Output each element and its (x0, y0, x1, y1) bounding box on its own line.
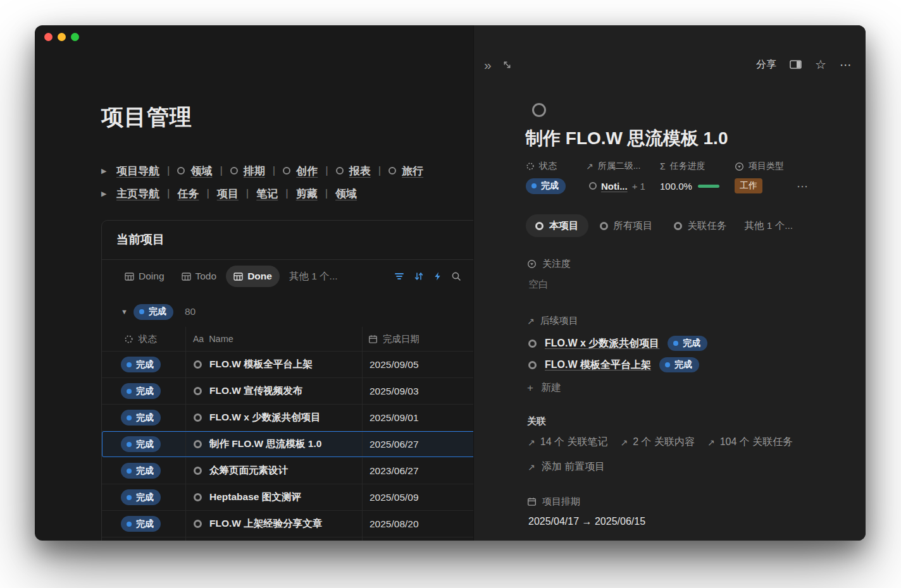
property-label-progress[interactable]: Σ 任务进度 (660, 161, 719, 172)
group-status-badge[interactable]: 完成 (134, 304, 173, 320)
related-notes-link[interactable]: ↗ 14 个 关联笔记 (528, 436, 607, 449)
property-value-type[interactable]: 工作 (735, 178, 784, 194)
property-value-schedule[interactable]: 2025/04/17 → 2025/06/15 (528, 516, 645, 527)
plus-icon: + (527, 382, 533, 395)
view-tab-todo[interactable]: Todo (174, 266, 225, 287)
page-circle-icon (194, 440, 202, 448)
nav-link-domain[interactable]: 领域 (177, 164, 212, 178)
nav-link-domains[interactable]: 领域 (335, 187, 357, 201)
tab-all-projects[interactable]: 所有项目 (590, 214, 662, 237)
status-dot (127, 415, 132, 420)
sort-icon[interactable] (414, 271, 424, 281)
nav-link-tasks[interactable]: 任务 (177, 187, 199, 201)
tab-this-project[interactable]: 本项目 (526, 214, 588, 237)
property-label-status[interactable]: 状态 (526, 161, 566, 172)
property-value-focus[interactable]: 空白 (528, 278, 549, 291)
page-circle-icon (230, 167, 238, 175)
peek-page-title[interactable]: 制作 FLO.W 思流模板 1.0 (525, 126, 728, 150)
search-icon[interactable] (451, 271, 461, 281)
status-dot (127, 495, 132, 500)
close-peek-icon[interactable]: » (484, 58, 492, 71)
name-cell[interactable]: Heptabase 图文测评 (186, 484, 363, 510)
database-title[interactable]: 当前项目 (116, 231, 165, 248)
property-label-followups[interactable]: ↗ 后续项目 (527, 315, 578, 327)
page-circle-icon (283, 167, 290, 175)
nav-separator: | (273, 164, 275, 177)
window-controls (44, 33, 79, 41)
property-label-focus[interactable]: 关注度 (527, 258, 571, 270)
followup-page-link[interactable]: FLO.W 模板全平台上架 (545, 358, 651, 372)
add-predecessor-button[interactable]: ↗ 添加 前置项目 (528, 460, 605, 474)
collapse-toggle-icon[interactable]: ▼ (121, 308, 134, 315)
nav-link-clips[interactable]: 剪藏 (296, 187, 318, 201)
status-dot (127, 469, 132, 474)
property-label-schedule[interactable]: 项目排期 (527, 496, 580, 508)
nav-link-projects[interactable]: 项目 (217, 187, 239, 201)
expand-page-icon[interactable] (502, 60, 512, 70)
status-cell[interactable]: 完成 (102, 511, 186, 537)
related-content-link[interactable]: ↗ 2 个 关联内容 (620, 436, 695, 449)
status-cell[interactable]: 完成 (102, 378, 186, 404)
view-tab-doing[interactable]: Doing (117, 266, 172, 287)
table-row: 完成 FLO.W 模板全平台上架 2025/09/05 (102, 351, 526, 377)
select-property-icon (735, 162, 744, 171)
property-label-parent[interactable]: ↗ 所属二级... (586, 161, 645, 172)
zoom-button[interactable] (71, 33, 79, 41)
status-spinner-icon (526, 162, 535, 171)
property-value-progress[interactable]: 100.0% (660, 178, 719, 194)
close-button[interactable] (44, 33, 53, 41)
view-tabs-more[interactable]: 其他 1 个... (282, 270, 345, 283)
name-cell[interactable]: FLO.W 模板全平台上架 (186, 352, 363, 377)
expand-toggle-icon[interactable]: ▶ (101, 190, 116, 198)
tab-related-tasks[interactable]: 关联任务 (664, 214, 736, 237)
progress-bar (698, 185, 719, 188)
new-followup-button[interactable]: + 新建 (527, 381, 561, 395)
nav-link-creation[interactable]: 创作 (283, 164, 318, 178)
column-header-status[interactable]: 状态 (102, 327, 186, 351)
property-value-parent[interactable]: Noti... + 1 (589, 178, 645, 194)
page-title[interactable]: 项目管理 (101, 102, 192, 132)
view-tab-done[interactable]: Done (226, 266, 280, 287)
side-peek-layout-icon[interactable] (790, 59, 802, 70)
name-cell[interactable]: 制作 FLO.W 思流模板 1.0 (186, 431, 363, 457)
filter-icon[interactable] (394, 271, 404, 281)
column-header-name[interactable]: Aa Name (186, 327, 363, 351)
more-properties-icon[interactable]: ⋯ (797, 180, 808, 193)
name-cell[interactable]: FLO.W 上架经验分享文章 (186, 511, 363, 537)
more-menu-icon[interactable]: ⋯ (840, 59, 852, 71)
group-status-label: 完成 (149, 306, 166, 317)
view-tabs: Doing Todo Done 其他 1 个... (117, 265, 345, 288)
page-circle-icon (194, 387, 202, 395)
nav-link-travel[interactable]: 旅行 (388, 164, 423, 178)
share-button[interactable]: 分享 (756, 58, 776, 71)
status-cell[interactable]: 完成 (102, 458, 186, 484)
nav-link-schedule[interactable]: 排期 (230, 164, 265, 178)
nav-link-report[interactable]: 报表 (336, 164, 371, 178)
status-cell[interactable]: 完成 (102, 405, 186, 431)
status-cell[interactable]: 完成 (102, 484, 186, 510)
favorite-star-icon[interactable]: ☆ (815, 58, 826, 71)
nav-separator: | (325, 164, 328, 177)
nav-link-home-nav[interactable]: 主页导航 (116, 187, 159, 201)
name-cell[interactable]: FLO.W x 少数派共创项目 (186, 405, 363, 431)
group-count: 80 (185, 306, 196, 317)
related-tasks-link[interactable]: ↗ 104 个 关联任务 (707, 436, 793, 449)
expand-toggle-icon[interactable]: ▶ (101, 167, 116, 175)
minimize-button[interactable] (58, 33, 66, 41)
nav-link-notes[interactable]: 笔记 (256, 187, 278, 201)
relation-arrow-icon: ↗ (528, 438, 535, 448)
followup-page-link[interactable]: FLO.W x 少数派共创项目 (545, 337, 659, 350)
tabs-more[interactable]: 其他 1 个... (738, 219, 800, 233)
table-row-selected: 完成 制作 FLO.W 思流模板 1.0 2025/06/27 (102, 431, 526, 457)
name-cell[interactable]: 众筹页面元素设计 (186, 458, 363, 484)
property-label-type[interactable]: 项目类型 (735, 161, 784, 172)
name-cell[interactable]: FLO.W 宣传视频发布 (186, 378, 363, 404)
parent-page-link[interactable]: Noti... (601, 181, 628, 192)
page-circle-icon-large[interactable] (532, 103, 546, 117)
panel-toolbar-left: » (484, 58, 512, 71)
status-cell[interactable]: 完成 (102, 431, 186, 457)
automation-bolt-icon[interactable] (433, 271, 442, 281)
nav-link-project-nav[interactable]: 项目导航 (116, 164, 159, 178)
property-value-status[interactable]: 完成 (526, 178, 566, 194)
status-cell[interactable]: 完成 (102, 352, 186, 377)
